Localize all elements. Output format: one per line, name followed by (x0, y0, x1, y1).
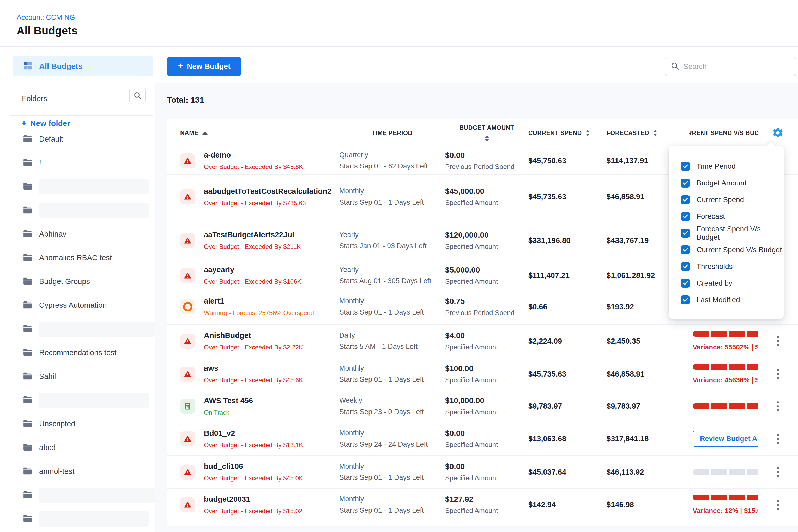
column-menu-label: Last Modified (697, 296, 740, 304)
table-row-aws-test-456[interactable]: AWS Test 456On TrackWeeklyStarts Sep 23 … (167, 390, 798, 422)
column-header-label: FORECASTED (607, 130, 649, 137)
column-menu-label: Current Spend (697, 195, 744, 204)
kebab-menu-icon[interactable] (775, 399, 781, 413)
sidebar-item-all-budgets[interactable]: All Budgets (13, 56, 153, 76)
budget-amount-cell: $10,000.00Specified Amount (445, 391, 528, 422)
folder-name-redacted (39, 322, 155, 337)
checkbox-checked-icon[interactable] (681, 229, 690, 238)
column-menu-item-created-by[interactable]: Created by (681, 275, 784, 291)
column-header-current-spend[interactable]: CURRENT SPEND (528, 119, 607, 147)
column-menu-item-last-modified[interactable]: Last Modified (681, 291, 784, 308)
sort-icon[interactable] (653, 130, 657, 136)
forecasted-value: $317,841.18 (607, 435, 649, 443)
budget-name: AWS Test 456 (204, 396, 253, 405)
sidebar-folder-item[interactable]: Recommendations test (0, 341, 155, 365)
table-row-budget20031[interactable]: budget20031Over Budget - Exceeded By $15… (167, 489, 798, 520)
checkbox-checked-icon[interactable] (681, 245, 690, 254)
sidebar-folder-item[interactable] (0, 175, 155, 198)
column-menu-item-time-period[interactable]: Time Period (681, 158, 784, 175)
kebab-menu-icon[interactable] (775, 465, 781, 479)
table-row-bd01-v2[interactable]: Bd01_v2Over Budget - Exceeded By $13.1KM… (167, 422, 798, 455)
spend-vs-budget-cell: Variance: 55502% | $2.22 (689, 325, 758, 358)
folder-search-button[interactable] (129, 88, 146, 104)
search-input[interactable] (684, 62, 791, 71)
current-spend-cell: $13,063.68 (528, 422, 607, 455)
over-budget-alert-icon (180, 153, 195, 168)
budget-amount-value: $0.00 (445, 151, 528, 159)
checkbox-checked-icon[interactable] (681, 212, 690, 221)
column-settings-gear-button[interactable] (772, 127, 784, 139)
variance-text: Variance: 45636% | $45.6 (692, 376, 758, 384)
sidebar-folder-item[interactable]: Cypress Automation (0, 293, 155, 317)
budget-amount-cell: $0.00Specified Amount (445, 456, 528, 489)
current-spend-cell: $45,750.63 (528, 147, 607, 174)
current-spend-value: $45,037.64 (528, 468, 566, 476)
sidebar-folder-item[interactable]: Default (0, 127, 155, 151)
sidebar-folder-item[interactable] (0, 198, 155, 222)
kebab-menu-icon[interactable] (775, 367, 781, 381)
column-header-name[interactable]: NAME (167, 119, 329, 147)
sidebar-folder-item[interactable]: Unscripted (0, 412, 155, 436)
budget-name: AnishBudget (204, 331, 303, 340)
sort-icon[interactable] (586, 130, 590, 136)
row-actions-cell (758, 456, 798, 489)
budget-name: aws (204, 364, 303, 373)
forecasted-value: $114,137.91 (607, 156, 648, 165)
column-menu-item-forecast-spend-v-s-budget[interactable]: Forecast Spend V/s Budget (681, 225, 784, 242)
kebab-menu-icon[interactable] (775, 432, 781, 446)
budget-search-box (665, 57, 796, 76)
column-header-forecasted[interactable]: FORECASTED (607, 119, 689, 147)
table-row-anishbudget[interactable]: AnishBudgetOver Budget - Exceeded By $2.… (167, 324, 798, 358)
sidebar-folder-item[interactable] (0, 388, 155, 412)
spend-vs-budget-cell: Variance: 12% | $15.02 ove (689, 489, 758, 520)
budget-name-wrap: aabudgetToTestCostRecalculation2Over Bud… (204, 187, 328, 207)
sidebar-folder-item[interactable] (0, 317, 155, 341)
checkbox-checked-icon[interactable] (681, 296, 690, 304)
sidebar-folder-item[interactable]: Abhinav (0, 222, 155, 246)
forecasted-cell: $46,858.91 (607, 358, 689, 390)
folder-label: Default (39, 135, 63, 144)
column-menu-item-current-spend-v-s-budget[interactable]: Current Spend V/s Budget (681, 242, 784, 258)
sort-icon[interactable] (485, 135, 489, 141)
new-folder-button[interactable]: +New folder (21, 118, 70, 128)
checkbox-checked-icon[interactable] (681, 195, 690, 204)
checkbox-checked-icon[interactable] (681, 179, 690, 188)
checkbox-checked-icon[interactable] (681, 262, 690, 271)
review-budget-amount-button[interactable]: Review Budget Amount (692, 431, 758, 447)
column-menu-item-budget-amount[interactable]: Budget Amount (681, 175, 784, 191)
sidebar-folder-item[interactable]: abcd (0, 436, 155, 459)
sidebar-folder-item[interactable] (0, 483, 155, 507)
sidebar-folder-item[interactable]: ! (0, 151, 155, 175)
table-row-bud-cli106[interactable]: bud_cli106Over Budget - Exceeded By $45.… (167, 455, 798, 489)
budget-amount-note: Specified Amount (445, 243, 528, 251)
budget-name-wrap: awsOver Budget - Exceeded By $45.6K (204, 364, 303, 384)
table-row-aws[interactable]: awsOver Budget - Exceeded By $45.6KMonth… (167, 358, 798, 390)
column-menu-item-current-spend[interactable]: Current Spend (681, 191, 784, 208)
folder-icon (22, 323, 33, 335)
kebab-menu-icon[interactable] (775, 334, 781, 348)
period-type: Monthly (339, 363, 445, 374)
time-period-cell: MonthlyStarts Sep 01 - 1 Days Left (329, 289, 445, 324)
new-budget-button[interactable]: + New Budget (167, 57, 241, 76)
column-menu-item-thresholds[interactable]: Thresholds (681, 258, 784, 275)
budget-name-cell: aaTestBudgetAlerts22JulOver Budget - Exc… (167, 219, 329, 262)
sidebar-folder-item[interactable]: Budget Groups (0, 270, 155, 293)
sidebar-folder-item[interactable]: anmol-test (0, 459, 155, 483)
forecasted-value: $46,858.91 (607, 192, 644, 201)
kebab-dot (777, 442, 779, 444)
budget-amount-cell: $120,000.00Specified Amount (445, 219, 528, 262)
folder-icon (22, 513, 33, 525)
kebab-menu-icon[interactable] (775, 498, 781, 512)
breadcrumb-account-link[interactable]: Account: CCM-NG (17, 14, 75, 22)
checkbox-checked-icon[interactable] (681, 279, 690, 288)
column-menu-item-forecast[interactable]: Forecast (681, 208, 784, 225)
checkbox-checked-icon[interactable] (681, 162, 690, 171)
time-period-cell: MonthlyStarts Sep 01 - 1 Days Left (329, 456, 445, 489)
sidebar-folder-item[interactable]: Anomalies RBAC test (0, 246, 155, 270)
column-header-label: NAME (180, 130, 198, 137)
sidebar-folder-item[interactable]: Sahil (0, 365, 155, 388)
column-header-budget-amount[interactable]: BUDGET AMOUNT (445, 119, 528, 147)
column-header-actions[interactable] (758, 119, 798, 147)
sidebar-folder-item[interactable] (0, 507, 155, 531)
kebab-dot (777, 471, 779, 473)
